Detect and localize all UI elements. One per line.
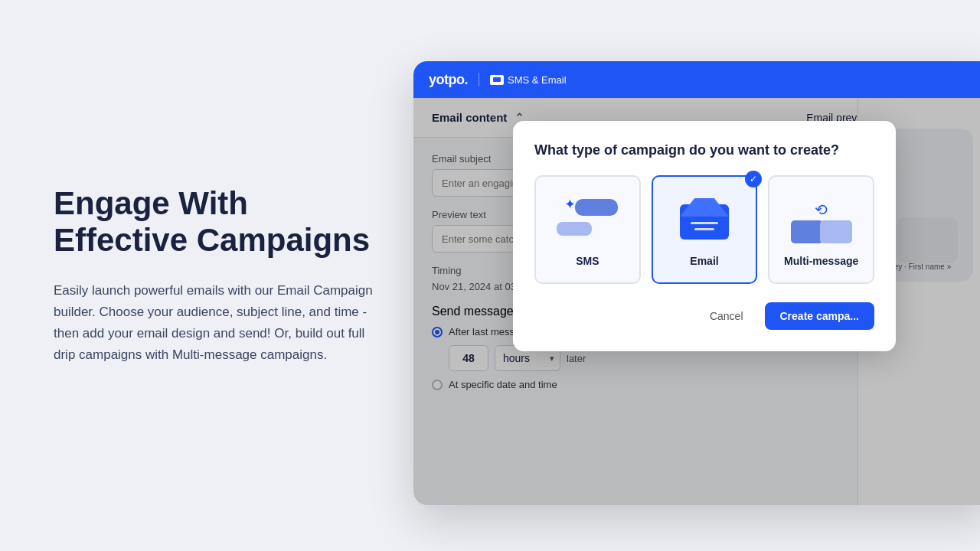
- env-line-2: [694, 228, 714, 230]
- logo-text: yotpo.: [429, 72, 468, 88]
- multi-card[interactable]: ⟲ Multi-message: [768, 175, 874, 284]
- sms-star-icon: ✦: [564, 196, 576, 213]
- selected-check-badge: ✓: [745, 171, 762, 187]
- sms-icon-area: ✦: [557, 192, 618, 246]
- modal-title: What type of campaign do you want to cre…: [534, 142, 874, 158]
- campaign-type-modal: What type of campaign do you want to cre…: [513, 121, 896, 351]
- email-card[interactable]: ✓: [652, 175, 758, 284]
- product-label: SMS & Email: [508, 74, 567, 86]
- multi-visual: ⟲: [791, 194, 852, 243]
- modal-footer: Cancel Create campa...: [534, 302, 874, 330]
- cancel-button[interactable]: Cancel: [697, 304, 756, 328]
- envelope-flap: [680, 198, 729, 217]
- email-card-label: Email: [690, 255, 718, 267]
- multi-env-2: [820, 220, 852, 243]
- multi-env-1: [791, 220, 823, 243]
- email-visual: [680, 198, 729, 240]
- description-text: Easily launch powerful emails with our E…: [54, 280, 375, 366]
- sms-card-label: SMS: [576, 255, 599, 267]
- sms-bubble-secondary: [557, 222, 592, 236]
- sms-badge-icon: [490, 75, 504, 85]
- create-campaign-button[interactable]: Create campa...: [765, 302, 875, 330]
- multi-arrow-icon: ⟲: [815, 201, 828, 219]
- env-line-1: [691, 222, 718, 224]
- sms-bubble-main: [575, 199, 618, 216]
- envelope-lines: [691, 222, 718, 230]
- logo-area: yotpo. SMS & Email: [429, 72, 567, 88]
- left-section: Engage With Effective Campaigns Easily l…: [0, 139, 429, 412]
- sms-card[interactable]: ✦ SMS: [534, 175, 641, 284]
- sms-email-badge: SMS & Email: [490, 74, 567, 86]
- main-heading: Engage With Effective Campaigns: [54, 185, 375, 259]
- app-window: yotpo. SMS & Email Email content ⌃ Email…: [413, 61, 980, 505]
- top-bar: yotpo. SMS & Email: [413, 61, 980, 98]
- email-icon-area: [674, 192, 735, 246]
- campaign-cards: ✦ SMS ✓: [534, 175, 874, 284]
- content-area: Email content ⌃ Email preview ⧉ Change t…: [413, 98, 980, 505]
- logo-divider: [479, 73, 479, 86]
- sms-visual: ✦: [557, 194, 618, 243]
- multi-icon-area: ⟲: [791, 192, 852, 246]
- multi-card-label: Multi-message: [784, 255, 858, 267]
- modal-overlay: What type of campaign do you want to cre…: [413, 98, 980, 505]
